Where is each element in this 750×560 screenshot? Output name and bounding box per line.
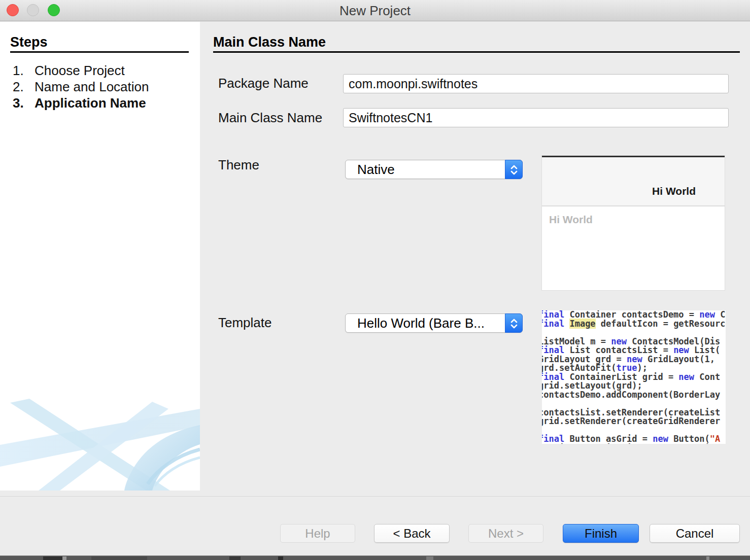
step-number: 1. xyxy=(13,63,24,79)
step-label: Application Name xyxy=(35,95,146,111)
theme-select[interactable]: Native xyxy=(345,160,523,179)
template-label: Template xyxy=(218,315,272,331)
package-name-label: Package Name xyxy=(218,76,309,91)
code-lines: final Container contactsDemo = new Conta… xyxy=(542,310,726,444)
footer-divider xyxy=(0,496,750,497)
step-label: Choose Project xyxy=(35,63,125,79)
package-name-input[interactable] xyxy=(343,74,729,93)
code-line: final Image defaultIcon = getResource xyxy=(542,320,726,329)
new-project-dialog: New Project Steps 1. Choose Project 2. N… xyxy=(0,0,750,560)
step-number: 2. xyxy=(13,79,24,95)
theme-select-value: Native xyxy=(357,160,395,179)
main-class-name-label: Main Class Name xyxy=(218,110,322,126)
code-line: grid.setRenderer(createGridRenderer xyxy=(542,417,726,426)
step-item-choose-project: 1. Choose Project xyxy=(0,63,200,79)
panel-heading: Main Class Name xyxy=(213,34,326,50)
help-button[interactable]: Help xyxy=(280,524,355,543)
theme-preview-titlebar: Hi World xyxy=(542,157,725,206)
netbeans-watermark xyxy=(0,397,200,491)
finish-button[interactable]: Finish xyxy=(563,524,639,543)
background-window-strip xyxy=(0,555,750,560)
main-class-name-input[interactable] xyxy=(343,108,729,127)
code-line: contactsDemo.addComponent(BorderLay xyxy=(542,391,726,400)
title-bar[interactable]: New Project xyxy=(0,0,750,21)
up-down-chevrons-icon xyxy=(505,313,523,333)
up-down-chevrons-icon xyxy=(505,160,523,179)
panel-heading-rule xyxy=(213,51,740,53)
next-button[interactable]: Next > xyxy=(468,524,543,543)
theme-preview-title-text: Hi World xyxy=(652,185,696,197)
steps-sidebar: Steps 1. Choose Project 2. Name and Loca… xyxy=(0,22,200,491)
theme-preview-body-text: Hi World xyxy=(549,214,593,226)
step-item-application-name: 3. Application Name xyxy=(0,95,200,112)
theme-label: Theme xyxy=(218,157,259,173)
template-code-preview: final Container contactsDemo = new Conta… xyxy=(542,310,726,444)
steps-list: 1. Choose Project 2. Name and Location 3… xyxy=(0,63,200,112)
step-number: 3. xyxy=(13,95,24,111)
cancel-button[interactable]: Cancel xyxy=(650,524,740,543)
theme-preview-image: Hi World Hi World xyxy=(542,156,725,290)
step-label: Name and Location xyxy=(35,79,149,95)
window-title: New Project xyxy=(0,0,750,21)
main-panel: Main Class Name Package Name Main Class … xyxy=(200,22,750,491)
template-select-value: Hello World (Bare B... xyxy=(357,314,485,332)
template-select[interactable]: Hello World (Bare B... xyxy=(345,313,523,333)
button-bar: Help < Back Next > Finish Cancel xyxy=(0,491,750,555)
code-line: asGrid.addActionListener(new Acti xyxy=(542,444,726,444)
back-button[interactable]: < Back xyxy=(374,524,450,543)
step-item-name-and-location: 2. Name and Location xyxy=(0,79,200,95)
steps-heading-rule xyxy=(10,51,189,53)
steps-heading: Steps xyxy=(10,34,48,50)
